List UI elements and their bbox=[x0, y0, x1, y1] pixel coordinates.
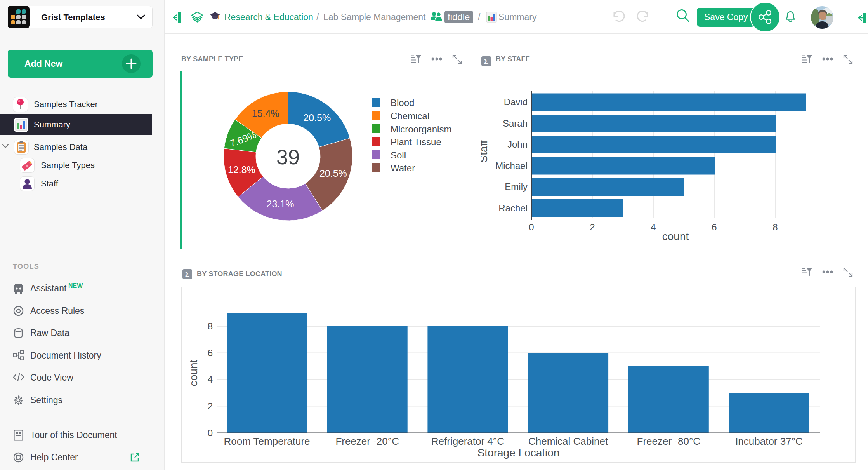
svg-text:Chemical: Chemical bbox=[391, 111, 429, 121]
svg-text:6: 6 bbox=[712, 222, 717, 232]
svg-text:20.5%: 20.5% bbox=[319, 168, 347, 179]
svg-text:Storage Location: Storage Location bbox=[477, 447, 560, 459]
svg-text:count: count bbox=[187, 360, 200, 386]
svg-text:15.4%: 15.4% bbox=[252, 108, 279, 119]
svg-text:David: David bbox=[504, 97, 528, 107]
svg-text:Water: Water bbox=[391, 163, 415, 173]
svg-text:2: 2 bbox=[590, 222, 595, 232]
svg-text:Room Temperature: Room Temperature bbox=[224, 435, 310, 447]
svg-text:2: 2 bbox=[208, 401, 213, 411]
svg-text:Michael: Michael bbox=[495, 160, 528, 171]
svg-text:Freezer -20°C: Freezer -20°C bbox=[335, 435, 399, 447]
svg-text:count: count bbox=[662, 230, 689, 242]
svg-text:Blood: Blood bbox=[391, 97, 414, 108]
svg-text:Microorganism: Microorganism bbox=[391, 124, 451, 134]
svg-text:Staff: Staff bbox=[481, 140, 490, 162]
svg-text:0: 0 bbox=[208, 428, 213, 438]
svg-text:4: 4 bbox=[208, 374, 213, 385]
svg-text:8: 8 bbox=[773, 222, 778, 232]
svg-text:6: 6 bbox=[208, 348, 213, 358]
svg-text:4: 4 bbox=[651, 222, 656, 232]
svg-text:39: 39 bbox=[276, 145, 300, 169]
svg-text:Emily: Emily bbox=[505, 181, 528, 192]
svg-text:8: 8 bbox=[208, 321, 213, 331]
svg-text:20.5%: 20.5% bbox=[303, 112, 331, 123]
svg-text:Sarah: Sarah bbox=[503, 118, 528, 129]
svg-text:23.1%: 23.1% bbox=[267, 198, 294, 209]
svg-text:0: 0 bbox=[529, 222, 534, 232]
svg-text:Soil: Soil bbox=[391, 150, 406, 160]
svg-text:Refrigerator 4°C: Refrigerator 4°C bbox=[431, 435, 504, 447]
svg-text:Freezer -80°C: Freezer -80°C bbox=[637, 435, 701, 447]
svg-text:Rachel: Rachel bbox=[498, 203, 528, 213]
svg-text:Plant Tissue: Plant Tissue bbox=[391, 137, 441, 147]
svg-text:Chemical Cabinet: Chemical Cabinet bbox=[528, 435, 608, 447]
svg-text:John: John bbox=[507, 139, 528, 150]
svg-text:12.8%: 12.8% bbox=[228, 164, 255, 175]
svg-text:Incubator 37°C: Incubator 37°C bbox=[735, 435, 803, 447]
